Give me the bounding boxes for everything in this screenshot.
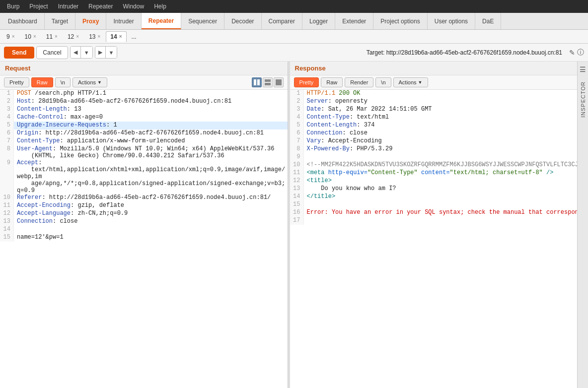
- request-panel-header: Request: [0, 62, 288, 75]
- cancel-button[interactable]: Cancel: [36, 46, 68, 59]
- req-line-4: 4 Cache-Control: max-age=0: [0, 114, 288, 122]
- menu-burp[interactable]: Burp: [2, 1, 24, 12]
- view-split-v-btn[interactable]: [263, 77, 273, 87]
- res-line-5: 5 Content-Length: 374: [290, 122, 578, 129]
- main-area: Request Pretty Raw \n Actions ▼: [0, 62, 588, 388]
- nav-tab-project-options[interactable]: Project options: [373, 13, 427, 29]
- nav-forward-dropdown[interactable]: ▼: [106, 47, 117, 58]
- rep-tab-12[interactable]: 12 ×: [63, 31, 83, 42]
- nav-tab-intruder[interactable]: Intruder: [106, 13, 141, 29]
- req-line-9: 9 Accept: text/html,application/xhtml+xm…: [0, 159, 288, 194]
- response-code-area[interactable]: 1 HTTP/1.1 200 OK 2 Server: openresty 3 …: [290, 90, 578, 388]
- menu-window[interactable]: Window: [118, 1, 149, 12]
- rep-tab-9-label: 9: [6, 33, 10, 40]
- nav-back-dropdown[interactable]: ▼: [81, 47, 92, 58]
- res-line-12: 12 <title>: [290, 177, 578, 185]
- hamburger-icon[interactable]: ☰: [580, 65, 586, 73]
- repeater-tabs: 9 × 10 × 11 × 12 × 13 × 14 × ...: [0, 30, 588, 44]
- menu-intruder[interactable]: Intruder: [53, 1, 83, 12]
- req-line-7: 7 Content-Type: application/x-www-form-u…: [0, 137, 288, 145]
- request-raw-btn[interactable]: Raw: [31, 77, 53, 87]
- menu-help[interactable]: Help: [149, 1, 171, 12]
- request-actions-btn[interactable]: Actions ▼: [73, 77, 107, 87]
- response-raw-btn[interactable]: Raw: [321, 77, 343, 87]
- res-line-1: 1 HTTP/1.1 200 OK: [290, 90, 578, 98]
- res-line-7: 7 Vary: Accept-Encoding: [290, 137, 578, 145]
- nav-tab-extender[interactable]: Extender: [335, 13, 373, 29]
- request-title: Request: [5, 65, 30, 72]
- rep-tab-13-close[interactable]: ×: [98, 34, 101, 39]
- send-button[interactable]: Send: [4, 47, 34, 59]
- response-pretty-btn[interactable]: Pretty: [294, 77, 319, 87]
- nav-tab-dae[interactable]: DaE: [475, 13, 501, 29]
- res-line-16: 16 Error: You have an error in your SQL …: [290, 209, 578, 217]
- inspector-label[interactable]: INSPECTOR: [580, 77, 586, 122]
- svg-rect-0: [254, 79, 256, 85]
- request-pretty-btn[interactable]: Pretty: [4, 77, 29, 87]
- rep-tab-14[interactable]: 14 ×: [106, 31, 126, 42]
- request-ln-btn[interactable]: \n: [55, 77, 71, 87]
- rep-tab-9[interactable]: 9 ×: [2, 31, 19, 42]
- rep-tab-13[interactable]: 13 ×: [84, 31, 105, 42]
- res-line-15: 15: [290, 201, 578, 209]
- request-actions-arrow-icon: ▼: [97, 80, 102, 85]
- response-render-btn[interactable]: Render: [345, 77, 373, 87]
- nav-tab-sequencer[interactable]: Sequencer: [181, 13, 224, 29]
- nav-tab-repeater[interactable]: Repeater: [142, 13, 181, 29]
- response-actions-arrow-icon: ▼: [418, 80, 423, 85]
- rep-tab-10[interactable]: 10 ×: [20, 31, 41, 42]
- rep-tab-14-label: 14: [110, 33, 117, 40]
- nav-tab-target[interactable]: Target: [45, 13, 75, 29]
- target-label: Target: http://28d19b6a-ad66-45eb-acf2-6…: [367, 49, 562, 56]
- svg-rect-4: [276, 79, 282, 85]
- svg-rect-3: [265, 83, 271, 85]
- request-actions-label: Actions: [78, 79, 96, 85]
- req-line-11: 11 Accept-Encoding: gzip, deflate: [0, 202, 288, 210]
- request-panel: Request Pretty Raw \n Actions ▼: [0, 62, 288, 388]
- view-single-btn[interactable]: [274, 77, 284, 87]
- nav-tab-logger[interactable]: Logger: [302, 13, 335, 29]
- res-line-14: 14 </title>: [290, 193, 578, 201]
- nav-tab-user-options[interactable]: User options: [428, 13, 475, 29]
- rep-tab-11[interactable]: 11 ×: [42, 31, 62, 42]
- top-nav-tabs: Dashboard Target Proxy Intruder Repeater…: [0, 13, 588, 30]
- view-split-v-icon: [265, 79, 271, 85]
- nav-tab-proxy[interactable]: Proxy: [75, 13, 106, 29]
- rep-tab-12-close[interactable]: ×: [76, 34, 79, 39]
- view-icons: [252, 77, 284, 87]
- help-icon[interactable]: ⓘ: [577, 48, 584, 57]
- view-split-h-btn[interactable]: [252, 77, 262, 87]
- res-line-8: 8 X-Powered-By: PHP/5.3.29: [290, 145, 578, 153]
- nav-tab-dashboard[interactable]: Dashboard: [1, 13, 45, 29]
- rep-tab-14-close[interactable]: ×: [119, 34, 122, 39]
- res-line-6: 6 Connection: close: [290, 129, 578, 137]
- response-ln-btn[interactable]: \n: [375, 77, 391, 87]
- rep-tab-9-close[interactable]: ×: [12, 34, 15, 39]
- rep-tab-more[interactable]: ...: [128, 32, 141, 42]
- inspector-sidebar: ☰ INSPECTOR: [577, 62, 588, 388]
- nav-tab-decoder[interactable]: Decoder: [224, 13, 261, 29]
- req-line-5: 5 Upgrade-Insecure-Requests: 1: [0, 122, 288, 129]
- menu-repeater[interactable]: Repeater: [83, 1, 118, 12]
- rep-tab-11-close[interactable]: ×: [55, 34, 58, 39]
- menu-project[interactable]: Project: [24, 1, 53, 12]
- svg-rect-1: [257, 79, 260, 85]
- nav-back-button[interactable]: ◀: [71, 47, 80, 58]
- rep-tab-10-close[interactable]: ×: [33, 34, 36, 39]
- menu-bar: Burp Project Intruder Repeater Window He…: [0, 0, 588, 13]
- svg-rect-2: [265, 79, 271, 82]
- response-actions-btn[interactable]: Actions ▼: [393, 77, 428, 87]
- req-line-6: 6 Origin: http://28d19b6a-ad66-45eb-acf2…: [0, 129, 288, 137]
- nav-tab-comparer[interactable]: Comparer: [262, 13, 302, 29]
- toolbar: Send Cancel ◀ ▼ ▶ ▼ Target: http://28d19…: [0, 44, 588, 62]
- res-line-4: 4 Content-Type: text/html: [290, 114, 578, 122]
- req-line-2: 2 Host: 28d19b6a-ad66-45eb-acf2-6767626f…: [0, 98, 288, 106]
- edit-icon[interactable]: ✎: [569, 49, 575, 57]
- request-code-area[interactable]: 1 POST /search.php HTTP/1.1 2 Host: 28d1…: [0, 90, 288, 388]
- nav-arrow-group: ◀ ▼: [70, 46, 93, 59]
- rep-tab-11-label: 11: [46, 33, 53, 40]
- req-line-15: 15 name=12'&pw=1: [0, 234, 288, 242]
- request-panel-toolbar: Pretty Raw \n Actions ▼: [0, 75, 288, 90]
- nav-forward-button[interactable]: ▶: [95, 47, 105, 58]
- response-title: Response: [295, 65, 326, 72]
